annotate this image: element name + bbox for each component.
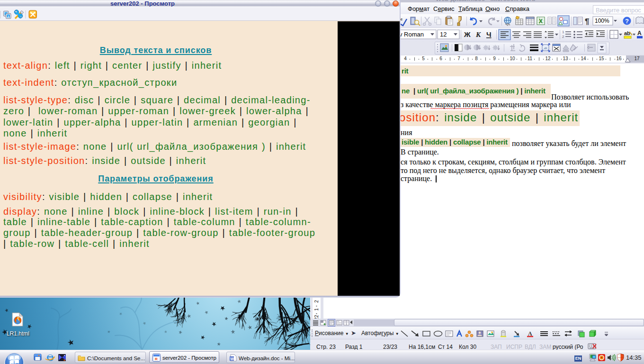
svg-text:2: 2	[8, 15, 9, 18]
svg-text:A: A	[637, 30, 642, 36]
svg-text:W: W	[230, 356, 234, 361]
svg-text:К: К	[475, 31, 481, 38]
svg-text:100%: 100%	[595, 18, 609, 24]
svg-text:Ч: Ч	[486, 30, 492, 38]
svg-text:R: R	[155, 357, 158, 361]
svg-text:¶: ¶	[585, 17, 589, 26]
svg-text:12: 12	[440, 31, 447, 38]
svg-text:ab: ab	[624, 30, 630, 36]
svg-text:X: X	[539, 18, 543, 25]
svg-text:?: ?	[625, 18, 629, 25]
svg-text:2: 2	[314, 300, 319, 303]
svg-text:1: 1	[314, 308, 319, 311]
svg-text:1: 1	[562, 30, 564, 34]
svg-text:Ж: Ж	[464, 30, 471, 38]
svg-text:2: 2	[562, 35, 564, 39]
svg-text:v Roman: v Roman	[399, 31, 424, 38]
